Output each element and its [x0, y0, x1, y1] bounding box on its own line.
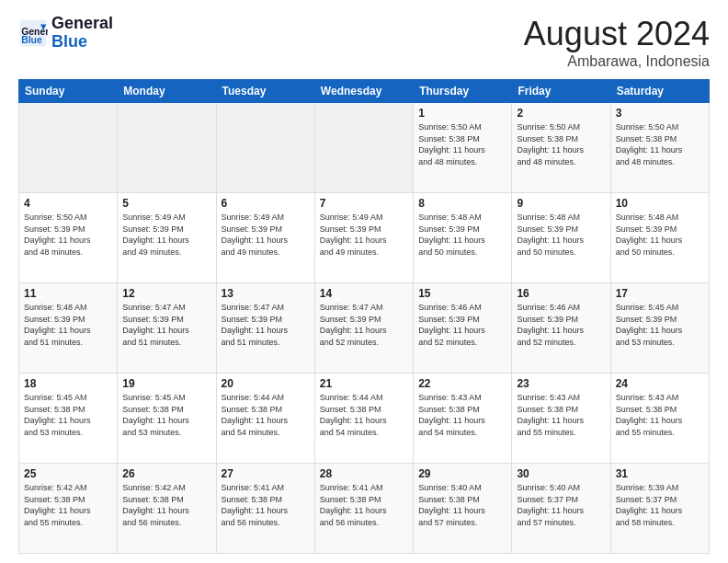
day-info: Sunrise: 5:47 AM Sunset: 5:39 PM Dayligh… — [320, 302, 408, 348]
main-title: August 2024 — [524, 15, 710, 53]
day-info: Sunrise: 5:44 AM Sunset: 5:38 PM Dayligh… — [222, 392, 310, 438]
day-number: 30 — [517, 467, 605, 480]
calendar-cell: 25Sunrise: 5:42 AM Sunset: 5:38 PM Dayli… — [19, 464, 118, 554]
calendar-header-wednesday: Wednesday — [314, 80, 413, 103]
day-info: Sunrise: 5:47 AM Sunset: 5:39 PM Dayligh… — [222, 302, 310, 348]
day-number: 18 — [24, 377, 112, 390]
calendar-cell: 29Sunrise: 5:40 AM Sunset: 5:38 PM Dayli… — [414, 464, 512, 554]
day-info: Sunrise: 5:40 AM Sunset: 5:38 PM Dayligh… — [418, 482, 506, 528]
calendar-cell: 5Sunrise: 5:49 AM Sunset: 5:39 PM Daylig… — [118, 193, 216, 283]
calendar-week-0: 1Sunrise: 5:50 AM Sunset: 5:38 PM Daylig… — [19, 103, 710, 193]
day-number: 16 — [517, 287, 605, 300]
day-number: 19 — [122, 377, 210, 390]
calendar-cell: 2Sunrise: 5:50 AM Sunset: 5:38 PM Daylig… — [512, 103, 610, 193]
calendar-cell: 6Sunrise: 5:49 AM Sunset: 5:39 PM Daylig… — [216, 193, 314, 283]
day-info: Sunrise: 5:48 AM Sunset: 5:39 PM Dayligh… — [517, 212, 605, 258]
day-number: 24 — [616, 377, 704, 390]
day-number: 7 — [320, 197, 408, 210]
day-info: Sunrise: 5:39 AM Sunset: 5:37 PM Dayligh… — [616, 482, 704, 528]
day-number: 23 — [517, 377, 605, 390]
day-info: Sunrise: 5:45 AM Sunset: 5:38 PM Dayligh… — [24, 392, 112, 438]
day-number: 21 — [320, 377, 408, 390]
day-number: 15 — [418, 287, 506, 300]
calendar-cell: 14Sunrise: 5:47 AM Sunset: 5:39 PM Dayli… — [314, 283, 413, 373]
day-number: 28 — [320, 467, 408, 480]
calendar-cell — [19, 103, 118, 193]
calendar-cell: 24Sunrise: 5:43 AM Sunset: 5:38 PM Dayli… — [610, 373, 709, 464]
calendar-cell: 28Sunrise: 5:41 AM Sunset: 5:38 PM Dayli… — [314, 464, 413, 554]
day-info: Sunrise: 5:44 AM Sunset: 5:38 PM Dayligh… — [320, 392, 408, 438]
day-number: 29 — [418, 467, 506, 480]
day-number: 9 — [517, 197, 605, 210]
calendar-cell: 11Sunrise: 5:48 AM Sunset: 5:39 PM Dayli… — [19, 283, 118, 373]
day-info: Sunrise: 5:41 AM Sunset: 5:38 PM Dayligh… — [222, 482, 310, 528]
day-info: Sunrise: 5:48 AM Sunset: 5:39 PM Dayligh… — [616, 212, 704, 258]
day-number: 20 — [222, 377, 310, 390]
day-number: 22 — [418, 377, 506, 390]
day-info: Sunrise: 5:46 AM Sunset: 5:39 PM Dayligh… — [517, 302, 605, 348]
calendar-header-thursday: Thursday — [414, 80, 512, 103]
header: General Blue General Blue August 2024 Am… — [18, 15, 710, 70]
subtitle: Ambarawa, Indonesia — [524, 53, 710, 70]
calendar-cell: 30Sunrise: 5:40 AM Sunset: 5:37 PM Dayli… — [512, 464, 610, 554]
day-info: Sunrise: 5:50 AM Sunset: 5:38 PM Dayligh… — [418, 121, 506, 167]
calendar-cell: 18Sunrise: 5:45 AM Sunset: 5:38 PM Dayli… — [19, 373, 118, 464]
calendar-cell: 31Sunrise: 5:39 AM Sunset: 5:37 PM Dayli… — [610, 464, 709, 554]
day-info: Sunrise: 5:49 AM Sunset: 5:39 PM Dayligh… — [222, 212, 310, 258]
day-info: Sunrise: 5:46 AM Sunset: 5:39 PM Dayligh… — [418, 302, 506, 348]
calendar-cell: 12Sunrise: 5:47 AM Sunset: 5:39 PM Dayli… — [118, 283, 216, 373]
day-info: Sunrise: 5:48 AM Sunset: 5:39 PM Dayligh… — [24, 302, 112, 348]
day-info: Sunrise: 5:45 AM Sunset: 5:38 PM Dayligh… — [122, 392, 210, 438]
page: General Blue General Blue August 2024 Am… — [0, 0, 728, 563]
logo-line1: General — [51, 15, 113, 33]
calendar-cell: 10Sunrise: 5:48 AM Sunset: 5:39 PM Dayli… — [610, 193, 709, 283]
calendar-cell: 13Sunrise: 5:47 AM Sunset: 5:39 PM Dayli… — [216, 283, 314, 373]
day-info: Sunrise: 5:43 AM Sunset: 5:38 PM Dayligh… — [616, 392, 704, 438]
calendar-header-tuesday: Tuesday — [216, 80, 314, 103]
title-block: August 2024 Ambarawa, Indonesia — [524, 15, 710, 70]
day-number: 2 — [517, 107, 605, 120]
day-number: 12 — [122, 287, 210, 300]
calendar-cell: 8Sunrise: 5:48 AM Sunset: 5:39 PM Daylig… — [414, 193, 512, 283]
day-number: 14 — [320, 287, 408, 300]
logo-icon: General Blue — [18, 18, 48, 48]
day-number: 25 — [24, 467, 112, 480]
calendar-cell: 23Sunrise: 5:43 AM Sunset: 5:38 PM Dayli… — [512, 373, 610, 464]
calendar-cell: 19Sunrise: 5:45 AM Sunset: 5:38 PM Dayli… — [118, 373, 216, 464]
calendar-cell: 1Sunrise: 5:50 AM Sunset: 5:38 PM Daylig… — [414, 103, 512, 193]
calendar-cell: 26Sunrise: 5:42 AM Sunset: 5:38 PM Dayli… — [118, 464, 216, 554]
day-info: Sunrise: 5:42 AM Sunset: 5:38 PM Dayligh… — [24, 482, 112, 528]
logo-line2: Blue — [51, 33, 113, 52]
day-number: 8 — [418, 197, 506, 210]
calendar-header-row: SundayMondayTuesdayWednesdayThursdayFrid… — [19, 80, 710, 103]
calendar-header-sunday: Sunday — [19, 80, 118, 103]
day-number: 5 — [122, 197, 210, 210]
day-info: Sunrise: 5:40 AM Sunset: 5:37 PM Dayligh… — [517, 482, 605, 528]
day-number: 6 — [222, 197, 310, 210]
calendar-cell: 27Sunrise: 5:41 AM Sunset: 5:38 PM Dayli… — [216, 464, 314, 554]
day-info: Sunrise: 5:49 AM Sunset: 5:39 PM Dayligh… — [320, 212, 408, 258]
day-info: Sunrise: 5:50 AM Sunset: 5:39 PM Dayligh… — [24, 212, 112, 258]
calendar-cell — [216, 103, 314, 193]
calendar-cell: 9Sunrise: 5:48 AM Sunset: 5:39 PM Daylig… — [512, 193, 610, 283]
day-info: Sunrise: 5:48 AM Sunset: 5:39 PM Dayligh… — [418, 212, 506, 258]
calendar-week-1: 4Sunrise: 5:50 AM Sunset: 5:39 PM Daylig… — [19, 193, 710, 283]
day-number: 3 — [616, 107, 704, 120]
day-number: 27 — [222, 467, 310, 480]
day-number: 31 — [616, 467, 704, 480]
calendar-cell — [118, 103, 216, 193]
day-number: 1 — [418, 107, 506, 120]
day-info: Sunrise: 5:50 AM Sunset: 5:38 PM Dayligh… — [517, 121, 605, 167]
day-info: Sunrise: 5:43 AM Sunset: 5:38 PM Dayligh… — [418, 392, 506, 438]
calendar-week-3: 18Sunrise: 5:45 AM Sunset: 5:38 PM Dayli… — [19, 373, 710, 464]
svg-text:Blue: Blue — [21, 35, 42, 45]
calendar-week-2: 11Sunrise: 5:48 AM Sunset: 5:39 PM Dayli… — [19, 283, 710, 373]
day-info: Sunrise: 5:42 AM Sunset: 5:38 PM Dayligh… — [122, 482, 210, 528]
day-info: Sunrise: 5:45 AM Sunset: 5:39 PM Dayligh… — [616, 302, 704, 348]
day-number: 13 — [222, 287, 310, 300]
day-number: 4 — [24, 197, 112, 210]
calendar-cell: 17Sunrise: 5:45 AM Sunset: 5:39 PM Dayli… — [610, 283, 709, 373]
day-info: Sunrise: 5:43 AM Sunset: 5:38 PM Dayligh… — [517, 392, 605, 438]
calendar-cell: 15Sunrise: 5:46 AM Sunset: 5:39 PM Dayli… — [414, 283, 512, 373]
day-info: Sunrise: 5:41 AM Sunset: 5:38 PM Dayligh… — [320, 482, 408, 528]
